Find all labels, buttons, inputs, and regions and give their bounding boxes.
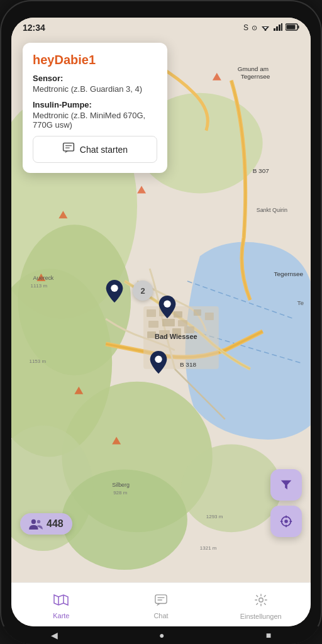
sensor-label: Sensor: [33,74,157,83]
svg-point-19 [181,444,282,532]
popup-title: heyDabie1 [33,53,157,67]
svg-rect-61 [64,143,74,152]
chat-icon [62,142,75,157]
svg-text:1113 m: 1113 m [30,283,47,289]
nav-item-einstellungen[interactable]: Einstellungen [211,583,311,626]
nav-item-karte[interactable]: Karte [11,583,111,626]
users-icon [29,518,43,530]
svg-rect-33 [194,309,201,316]
nav-label-einstellungen: Einstellungen [240,613,282,620]
svg-text:B 318: B 318 [180,361,197,368]
svg-text:Bad Wiessee: Bad Wiessee [155,333,197,340]
chat-start-button[interactable]: Chat starten [33,136,157,163]
svg-point-72 [37,520,40,523]
fab-filter-button[interactable] [270,469,302,501]
battery-icon [286,23,299,33]
bottom-nav: Karte Chat [11,582,311,626]
location-target-icon [279,514,293,528]
svg-point-59 [164,301,170,308]
user-count-badge: 448 [20,513,72,535]
phone-screen: 12:34 S ⊙ [11,18,311,626]
svg-point-58 [111,285,118,292]
svg-point-66 [284,519,288,523]
chat-nav-icon [154,594,168,610]
svg-text:Silberg: Silberg [112,482,130,488]
svg-point-77 [258,598,262,602]
map-area[interactable]: St 2365 Gmund am Tegernsee Bad Wiessee A… [11,18,311,582]
recent-button[interactable]: ■ [266,630,271,640]
status-time: 12:34 [23,23,45,33]
svg-text:Tegernsee: Tegernsee [274,270,304,277]
map-icon [53,594,69,610]
svg-text:Tegernsee: Tegernsee [241,73,270,80]
map-marker-cluster[interactable]: 2 [133,280,153,301]
nav-item-chat[interactable]: Chat [111,583,211,626]
nav-label-karte: Karte [53,612,69,619]
map-background: St 2365 Gmund am Tegernsee Bad Wiessee A… [11,18,311,582]
fab-location-button[interactable] [270,506,302,537]
svg-rect-9 [287,25,296,29]
phone-frame: 12:34 S ⊙ [0,0,322,644]
location-icon: ⊙ [252,24,257,32]
svg-rect-6 [281,23,282,31]
svg-rect-27 [162,319,175,326]
svg-point-71 [31,519,36,524]
chat-button-label: Chat starten [80,145,128,155]
signal-icon [274,23,282,33]
svg-rect-74 [155,595,167,604]
filter-icon [279,478,293,492]
svg-text:Te: Te [297,299,304,306]
svg-text:Sankt Quirin: Sankt Quirin [257,207,287,213]
phone-bottom-bar: ◀ ● ■ [0,626,322,644]
map-marker-1[interactable] [104,279,125,304]
svg-rect-23 [147,309,156,317]
sensor-value: Medtronic (z.B. Guardian 3, 4) [33,84,157,94]
svg-text:1293 m: 1293 m [206,514,223,519]
sim-icon: S [243,23,248,32]
nav-label-chat: Chat [153,612,168,619]
user-count-value: 448 [47,518,64,530]
status-icons: S ⊙ [243,23,299,33]
svg-rect-28 [178,320,187,326]
svg-text:B 307: B 307 [253,167,270,174]
svg-marker-73 [54,595,68,605]
map-marker-3[interactable] [148,350,169,375]
popup-card: heyDabie1 Sensor: Medtronic (z.B. Guardi… [23,43,167,173]
wifi-icon [260,23,270,33]
svg-text:1153 m: 1153 m [29,358,46,364]
svg-text:1321 m: 1321 m [200,545,217,551]
svg-text:Gmund am: Gmund am [238,65,269,72]
svg-rect-26 [148,321,158,328]
svg-rect-3 [274,28,275,31]
pump-label: Insulin-Pumpe: [33,100,157,109]
svg-rect-34 [205,313,214,320]
svg-text:Auereck: Auereck [33,275,53,281]
svg-point-60 [155,356,162,363]
pump-value: Medtronic (z.B. MiniMed 670G, 770G usw) [33,111,157,130]
settings-icon [254,593,268,611]
svg-marker-64 [281,480,292,490]
status-bar: 12:34 S ⊙ [11,18,311,38]
home-button[interactable]: ● [159,630,164,640]
svg-rect-4 [276,26,278,31]
svg-rect-8 [298,25,299,28]
map-marker-2[interactable] [157,294,177,319]
svg-text:928 m: 928 m [113,490,128,496]
back-button[interactable]: ◀ [51,630,58,640]
svg-rect-5 [279,25,280,31]
